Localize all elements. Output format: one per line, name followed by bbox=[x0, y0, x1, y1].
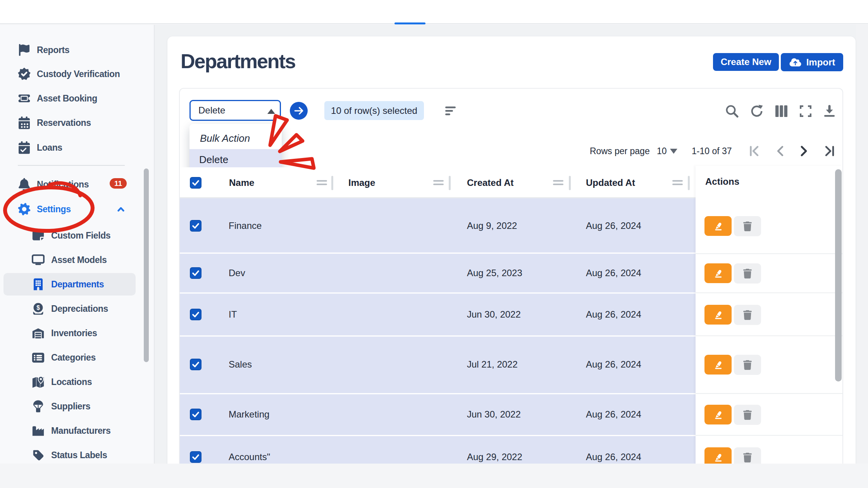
svg-text:$: $ bbox=[36, 304, 40, 311]
